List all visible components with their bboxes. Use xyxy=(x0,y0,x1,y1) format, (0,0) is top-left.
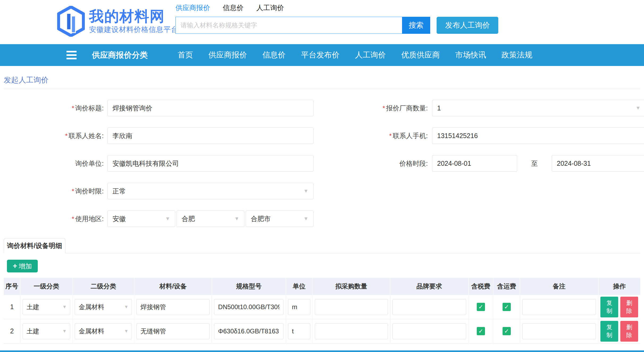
spec-input[interactable] xyxy=(214,299,283,315)
chevron-down-icon: ▼ xyxy=(303,188,308,194)
plus-icon: + xyxy=(13,262,17,270)
search-button[interactable]: 搜索 xyxy=(402,17,430,34)
table-header-row: 序号 一级分类 二级分类 材料/设备 规格型号 单位 拟采购数量 品牌要求 含税… xyxy=(4,278,640,295)
copy-row-button[interactable]: 复制 xyxy=(600,321,618,342)
site-logo[interactable]: 我的材料网 安徽建设材料价格信息平台 xyxy=(57,6,178,37)
remark-input[interactable] xyxy=(522,299,596,315)
nav-item-home[interactable]: 首页 xyxy=(178,50,193,60)
search-tabs: 供应商报价 信息价 人工询价 xyxy=(175,3,498,13)
logo-text: 我的材料网 安徽建设材料价格信息平台 xyxy=(89,8,178,35)
vendor-count-label: *报价厂商数量: xyxy=(322,104,432,113)
main-nav: 供应商报价分类 首页 供应商报价 信息价 平台发布价 人工询价 优质供应商 市场… xyxy=(0,44,644,66)
inquiry-unit-input[interactable] xyxy=(107,155,313,172)
required-asterisk: * xyxy=(72,215,74,222)
main-content: 发起人工询价 *询价标题: *报价厂商数量: 1 ▼ *联系人姓名: xyxy=(0,75,644,352)
required-asterisk: * xyxy=(383,105,385,112)
publish-manual-inquiry-button[interactable]: 发布人工询价 xyxy=(437,17,498,34)
region-province-value: 安徽 xyxy=(112,214,126,223)
tab-manual-inquiry[interactable]: 人工询价 xyxy=(256,3,284,13)
chevron-down-icon: ▼ xyxy=(303,216,308,222)
logo-subtitle: 安徽建设材料价格信息平台 xyxy=(89,25,178,34)
col-category1: 一级分类 xyxy=(20,278,72,295)
tab-supplier-quote[interactable]: 供应商报价 xyxy=(175,3,210,13)
search-zone: 供应商报价 信息价 人工询价 搜索 发布人工询价 xyxy=(175,3,498,34)
tab-info-price[interactable]: 信息价 xyxy=(223,3,244,13)
inquiry-title-input[interactable] xyxy=(107,100,313,116)
contact-phone-input[interactable] xyxy=(432,127,644,144)
inquiry-deadline-select[interactable]: 正常 ▼ xyxy=(107,183,313,199)
contact-name-input[interactable] xyxy=(107,127,313,144)
row-index: 2 xyxy=(4,319,20,343)
nav-item-manual-inquiry[interactable]: 人工询价 xyxy=(355,50,386,60)
inquiry-unit-label: 询价单位: xyxy=(4,159,107,168)
remark-input[interactable] xyxy=(522,323,596,339)
nav-item-platform-price[interactable]: 平台发布价 xyxy=(301,50,340,60)
chevron-down-icon: ▼ xyxy=(165,216,170,222)
contact-name-label: *联系人姓名: xyxy=(4,131,107,140)
brand-input[interactable] xyxy=(392,323,466,339)
freight-checkbox[interactable]: ✓ xyxy=(503,327,511,335)
price-period-to-input[interactable] xyxy=(552,155,644,172)
price-period-label: 价格时段: xyxy=(322,159,432,168)
freight-checkbox[interactable]: ✓ xyxy=(503,303,511,311)
category2-select[interactable]: 金属材料▼ xyxy=(75,299,132,315)
unit-input[interactable] xyxy=(288,299,310,315)
spec-input[interactable] xyxy=(214,323,283,339)
copy-row-button[interactable]: 复制 xyxy=(600,297,618,317)
category1-select[interactable]: 土建▼ xyxy=(23,323,70,339)
col-spec: 规格型号 xyxy=(212,278,286,295)
category-menu-label[interactable]: 供应商报价分类 xyxy=(92,50,148,61)
price-period-from-input[interactable] xyxy=(432,155,517,172)
region-city-value: 合肥 xyxy=(182,214,195,223)
col-remark: 备注 xyxy=(520,278,598,295)
inquiry-form: *询价标题: *报价厂商数量: 1 ▼ *联系人姓名: *联系人手机: xyxy=(4,100,640,227)
chevron-down-icon: ▼ xyxy=(234,216,239,222)
search-input[interactable] xyxy=(175,17,402,34)
required-asterisk: * xyxy=(72,105,74,112)
vendor-count-select[interactable]: 1 ▼ xyxy=(432,100,644,116)
material-input[interactable] xyxy=(136,323,210,339)
col-actions: 操作 xyxy=(598,278,640,295)
region-selects: 安徽 ▼ 合肥 ▼ 合肥市 ▼ xyxy=(107,210,313,227)
brand-input[interactable] xyxy=(392,299,466,315)
material-detail-table: 序号 一级分类 二级分类 材料/设备 规格型号 单位 拟采购数量 品牌要求 含税… xyxy=(4,278,640,343)
col-tax: 含税费 xyxy=(469,278,493,295)
logo-title: 我的材料网 xyxy=(89,8,178,24)
quantity-input[interactable] xyxy=(315,299,388,315)
nav-item-supplier-quote[interactable]: 供应商报价 xyxy=(208,50,247,60)
add-row-button[interactable]: +增加 xyxy=(7,260,38,272)
chevron-down-icon: ▼ xyxy=(635,105,641,111)
category2-select[interactable]: 金属材料▼ xyxy=(75,323,132,339)
contact-phone-label: *联系人手机: xyxy=(322,131,432,140)
category1-select[interactable]: 土建▼ xyxy=(23,299,70,315)
bottom-blue-strip xyxy=(0,350,644,352)
delete-row-button[interactable]: 删除 xyxy=(620,321,638,342)
tab-material-detail[interactable]: 询价材料/设备明细 xyxy=(4,238,65,253)
region-district-select[interactable]: 合肥市 ▼ xyxy=(246,210,313,227)
region-label: *使用地区: xyxy=(4,214,107,223)
tax-checkbox[interactable]: ✓ xyxy=(477,327,485,335)
unit-input[interactable] xyxy=(288,323,310,339)
chevron-down-icon: ▼ xyxy=(62,329,67,334)
nav-item-market-news[interactable]: 市场快讯 xyxy=(455,50,486,60)
quantity-input[interactable] xyxy=(315,323,388,339)
required-asterisk: * xyxy=(65,132,68,139)
search-row: 搜索 发布人工询价 xyxy=(175,17,498,34)
region-province-select[interactable]: 安徽 ▼ xyxy=(107,210,175,227)
material-input[interactable] xyxy=(136,299,210,315)
region-district-value: 合肥市 xyxy=(251,214,271,223)
row-index: 1 xyxy=(4,295,20,319)
nav-item-quality-suppliers[interactable]: 优质供应商 xyxy=(401,50,440,60)
nav-item-policies[interactable]: 政策法规 xyxy=(501,50,532,60)
delete-row-button[interactable]: 删除 xyxy=(620,297,638,317)
logo-hexagon-icon xyxy=(57,6,85,37)
hamburger-icon[interactable] xyxy=(66,51,77,59)
col-brand: 品牌要求 xyxy=(390,278,468,295)
nav-item-info-price[interactable]: 信息价 xyxy=(262,50,286,60)
title-divider xyxy=(4,89,640,89)
required-asterisk: * xyxy=(389,132,392,139)
tax-checkbox[interactable]: ✓ xyxy=(477,303,485,311)
region-city-select[interactable]: 合肥 ▼ xyxy=(177,210,244,227)
detail-tab-bar: 询价材料/设备明细 xyxy=(4,238,640,253)
price-period-to-label: 至 xyxy=(517,159,552,168)
